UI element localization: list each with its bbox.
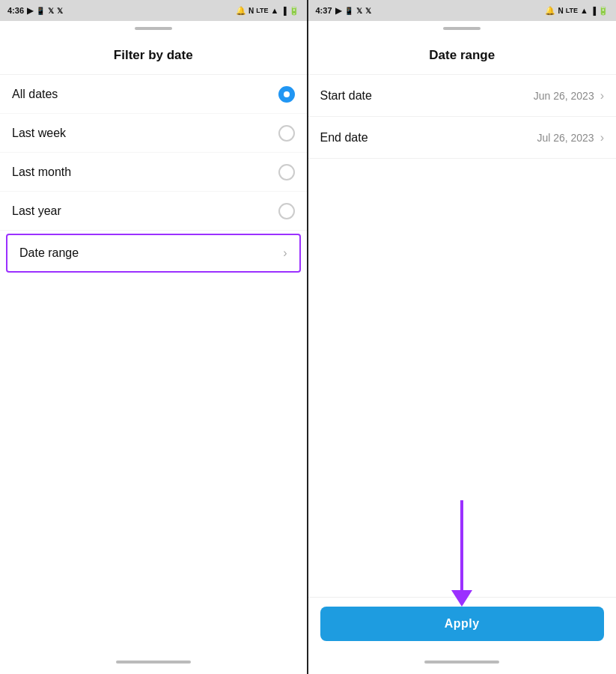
- arrow-head: [451, 590, 472, 607]
- left-status-bar: 4:36 ▶ 📱 𝕏 𝕏 🔔 N LTE ▲ ▐ 🔋: [0, 0, 307, 21]
- date-range-chevron-icon: ›: [283, 246, 287, 260]
- left-status-right: 🔔 N LTE ▲ ▐ 🔋: [236, 6, 299, 16]
- twitter-icon2: 𝕏: [57, 7, 63, 15]
- left-bottom-nav: [0, 650, 307, 674]
- right-youtube-icon: ▶: [335, 6, 341, 16]
- right-bottom-nav: [308, 650, 617, 674]
- left-time: 4:36: [7, 6, 24, 15]
- right-phone-icon: 📱: [344, 7, 353, 15]
- last-week-radio[interactable]: [278, 125, 295, 142]
- start-date-chevron-icon: ›: [600, 89, 604, 103]
- filter-last-year[interactable]: Last year: [0, 192, 307, 231]
- left-status-left: 4:36 ▶ 📱 𝕏 𝕏: [7, 6, 63, 16]
- date-range-label: Date range: [19, 246, 79, 260]
- start-date-right: Jun 26, 2023 ›: [534, 89, 604, 103]
- left-title-bar: Filter by date: [0, 36, 307, 75]
- right-status-left: 4:37 ▶ 📱 𝕏 𝕏: [316, 6, 371, 16]
- all-dates-label: All dates: [12, 88, 58, 101]
- right-twitter-icon: 𝕏: [356, 7, 362, 15]
- filter-last-month[interactable]: Last month: [0, 153, 307, 192]
- last-year-radio[interactable]: [278, 203, 295, 219]
- left-phone-panel: 4:36 ▶ 📱 𝕏 𝕏 🔔 N LTE ▲ ▐ 🔋 Filter by dat…: [0, 0, 308, 674]
- battery-icon: 🔋: [289, 6, 299, 16]
- all-dates-radio[interactable]: [278, 86, 295, 103]
- wifi-icon: ▲: [271, 6, 279, 15]
- right-alarm-icon: 🔔: [545, 6, 555, 16]
- last-year-label: Last year: [12, 204, 61, 218]
- left-handle-bar: [135, 27, 172, 30]
- right-status-right: 🔔 N LTE ▲ ▐ 🔋: [545, 6, 609, 16]
- left-page-title: Filter by date: [114, 48, 193, 63]
- right-title-bar: Date range: [308, 36, 617, 75]
- end-date-label: End date: [320, 131, 368, 145]
- right-twitter-icon2: 𝕏: [365, 7, 371, 15]
- right-phone-panel: 4:37 ▶ 📱 𝕏 𝕏 🔔 N LTE ▲ ▐ 🔋 Date range St…: [308, 0, 617, 674]
- filter-list: All dates Last week Last month Last year…: [0, 75, 307, 362]
- right-nav-handle: [308, 21, 617, 36]
- right-page-title: Date range: [429, 48, 495, 63]
- left-spacer: [0, 362, 307, 650]
- end-date-row[interactable]: End date Jul 26, 2023 ›: [308, 117, 617, 159]
- end-date-chevron-icon: ›: [600, 131, 604, 145]
- start-date-row[interactable]: Start date Jun 26, 2023 ›: [308, 75, 617, 117]
- apply-button[interactable]: Apply: [320, 607, 605, 641]
- last-month-label: Last month: [12, 166, 71, 179]
- right-handle-bar: [443, 27, 481, 30]
- filter-all-dates[interactable]: All dates: [0, 75, 307, 114]
- phone-icon: 📱: [36, 7, 45, 15]
- start-date-label: Start date: [320, 89, 372, 103]
- right-signal-icon: ▐: [591, 7, 596, 15]
- right-time: 4:37: [316, 6, 332, 15]
- filter-date-range[interactable]: Date range ›: [6, 234, 301, 273]
- arrow-annotation: [451, 500, 472, 607]
- right-bottom-bar: [424, 661, 499, 664]
- arrow-shaft: [460, 500, 463, 590]
- lte-icon: LTE: [256, 7, 268, 14]
- left-nav-handle: [0, 21, 307, 36]
- n-icon: N: [248, 7, 254, 15]
- end-date-value: Jul 26, 2023: [537, 132, 594, 144]
- twitter-icon: 𝕏: [48, 7, 54, 15]
- right-status-bar: 4:37 ▶ 📱 𝕏 𝕏 🔔 N LTE ▲ ▐ 🔋: [308, 0, 617, 21]
- filter-last-week[interactable]: Last week: [0, 114, 307, 153]
- end-date-right: Jul 26, 2023 ›: [537, 131, 604, 145]
- right-lte-icon: LTE: [566, 7, 578, 14]
- last-week-label: Last week: [12, 127, 66, 140]
- alarm-icon: 🔔: [236, 6, 246, 16]
- last-month-radio[interactable]: [278, 164, 295, 180]
- youtube-icon: ▶: [27, 6, 33, 16]
- start-date-value: Jun 26, 2023: [534, 90, 594, 102]
- signal-icon: ▐: [281, 7, 286, 15]
- right-battery-icon: 🔋: [598, 6, 609, 16]
- left-bottom-bar: [116, 661, 191, 664]
- right-wifi-icon: ▲: [580, 6, 588, 15]
- right-n-icon: N: [558, 7, 563, 15]
- date-range-section: Start date Jun 26, 2023 › End date Jul 2…: [308, 75, 617, 336]
